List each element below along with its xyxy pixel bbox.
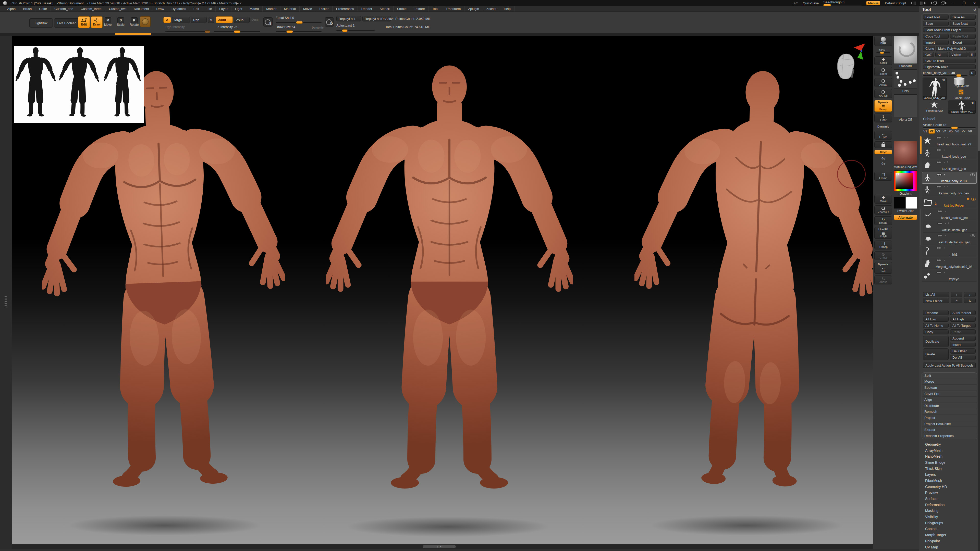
rgb-intensity-slider[interactable]: Rgb Intensity [165, 25, 185, 29]
ac-button[interactable]: AC [794, 1, 798, 5]
left-tray-collapsed[interactable] [0, 36, 12, 549]
subtool-scroll-indicator[interactable] [920, 136, 921, 154]
edit-button[interactable]: Edit [78, 16, 90, 28]
tool-r-button[interactable]: R [969, 70, 976, 76]
color-picker[interactable] [894, 170, 917, 191]
autoreorder-button[interactable]: AutoReorder [950, 310, 976, 315]
rgb-button[interactable]: Rgb [191, 17, 207, 23]
doc-next-icon[interactable] [941, 2, 947, 5]
menu-item[interactable]: Render [358, 6, 376, 11]
menu-item[interactable]: Transform [442, 6, 465, 11]
import-button[interactable]: Import [923, 40, 948, 45]
palette-section-header[interactable]: Deformation [921, 502, 977, 508]
subtool-row[interactable]: ◑✎ kazuki_dental_geo [923, 221, 977, 233]
dynamic-label[interactable]: Dynamic [312, 26, 324, 29]
v3-button[interactable]: V3 [935, 129, 941, 134]
draw-size-slider[interactable]: Draw Size 64 [275, 25, 295, 29]
menu-item[interactable]: Custon_two [105, 6, 130, 11]
paste-subtool-button[interactable]: Paste [950, 329, 976, 334]
canvas-h-scroll-handle[interactable]: ▲▼ [423, 545, 456, 548]
all-to-home-button[interactable]: All To Home [923, 323, 948, 328]
palette-section-header[interactable]: Surface [921, 495, 977, 502]
zadd-button[interactable]: Zadd [216, 16, 233, 23]
palette-section-header[interactable]: FiberMesh [921, 478, 977, 484]
bpr-button[interactable]: BPR [874, 36, 892, 46]
move-down-button[interactable]: ↓ [964, 292, 976, 297]
lightbox-tools-button[interactable]: Lightbox▶Tools [923, 64, 976, 69]
zoom-button[interactable]: Zoom [874, 67, 892, 76]
subtool-op-button[interactable]: Bevel Pro [922, 391, 977, 397]
restore-button[interactable]: ❐ [961, 1, 967, 5]
focal-shift-slider[interactable]: Focal Shift 0 [275, 16, 294, 20]
subtool-row[interactable]: ◑ tmpeye [922, 270, 977, 282]
save-as-button[interactable]: Save As [950, 14, 976, 20]
menu-item[interactable]: Layer [216, 6, 231, 11]
move-into-folder-button[interactable]: ↳ [964, 298, 976, 303]
local-transform-button[interactable] [874, 141, 892, 148]
scale-button[interactable]: S Scale [117, 17, 124, 27]
floor-button[interactable]: ↧ Floor [874, 114, 892, 122]
replay-last-button[interactable]: ReplayLast [336, 16, 361, 21]
gz-button[interactable]: Gz [874, 161, 892, 166]
del-other-button[interactable]: Del Other [950, 348, 976, 354]
make-polymesh3d-button[interactable]: Make PolyMesh3D [936, 46, 976, 51]
move-up-button[interactable]: ↑ [951, 292, 963, 297]
subtool-op-button[interactable]: Remesh [922, 409, 977, 415]
zoom3d-button[interactable]: Zoom3D [874, 205, 892, 214]
menu-item[interactable]: Macro [246, 6, 262, 11]
see-through-slider[interactable]: See-through 0 [823, 1, 862, 5]
zsub-button[interactable]: Zsub [234, 17, 250, 23]
current-stroke-thumbnail[interactable] [894, 69, 917, 89]
menu-item[interactable]: Stencil [376, 6, 393, 11]
tool-item-cylinder3d[interactable]: Cylinder3D [948, 78, 976, 88]
palette-section-header[interactable]: Layers [921, 472, 977, 478]
duplicate-button[interactable]: Duplicate [923, 336, 948, 347]
append-button[interactable]: Append [950, 336, 976, 341]
save-next-button[interactable]: Save Next [950, 21, 976, 26]
subtool-row[interactable]: ◑✎ kazuki_body_oni_geo [922, 184, 977, 196]
palette-section-header[interactable]: UV Map [921, 544, 977, 550]
subtool-op-button[interactable]: Merge [922, 379, 977, 385]
subtool-op-button[interactable]: Boolean [922, 385, 977, 391]
palette-section-header[interactable]: Visibility [921, 514, 977, 520]
mrgb-button[interactable]: Mrgb [172, 17, 190, 23]
subtool-op-button[interactable]: Distribute [922, 403, 977, 409]
zcut-button[interactable]: Zcut [252, 18, 259, 22]
main-color-swatch[interactable] [894, 197, 905, 209]
menu-item[interactable]: Help [500, 6, 514, 11]
menu-item[interactable]: Movie [300, 6, 316, 11]
tool-panel-scrollbar[interactable] [978, 6, 980, 551]
menu-item[interactable]: File [203, 6, 216, 11]
eye-icon[interactable] [970, 173, 975, 176]
apply-last-action-button[interactable]: Apply Last Action To All Subtools [923, 362, 976, 368]
menu-item[interactable]: Draw [153, 6, 168, 11]
goz-r-button[interactable]: R [969, 52, 976, 57]
menu-item[interactable]: Document [130, 6, 153, 11]
close-button[interactable]: ✕ [972, 1, 977, 5]
tool-item-current[interactable]: 11 kazuki_body_v01 [923, 78, 947, 100]
subtool-folder-row[interactable]: 3 ✱ Untitled Folder [922, 197, 977, 208]
tool-item-polymesh3d[interactable]: PolyMesh3D [923, 101, 947, 114]
z-intensity-slider[interactable]: Z Intensity 25 [218, 25, 237, 29]
menu-item[interactable]: Custom_three [77, 6, 105, 11]
polyf-button[interactable]: Line Fill ▦ PolyF [874, 227, 892, 239]
menu-item[interactable]: Preferences [332, 6, 358, 11]
dots-stroke-icon[interactable]: D [325, 17, 334, 27]
list-all-button[interactable]: List All [923, 292, 949, 297]
delete-button[interactable]: Delete [923, 348, 948, 360]
active-tool-slider[interactable]: kazuki_body_v013. 48 [923, 70, 976, 76]
copy-subtool-button[interactable]: Copy [923, 329, 948, 334]
menu-item[interactable]: Stroke [393, 6, 410, 11]
actual-button[interactable]: Actual [874, 78, 892, 87]
default-zscript-button[interactable]: DefaultZScript [885, 1, 906, 5]
eye-icon[interactable] [971, 198, 976, 200]
v2-button[interactable]: V2 [928, 129, 935, 134]
doc-prev-icon[interactable] [931, 2, 936, 5]
all-low-button[interactable]: All Low [923, 317, 948, 322]
current-material-thumbnail[interactable] [894, 141, 917, 165]
goz-visible-button[interactable]: Visible [949, 52, 967, 57]
menu-item[interactable]: Custom_one [51, 6, 77, 11]
lsym-button[interactable]: ↔ L.Sym [874, 130, 892, 140]
menu-item[interactable]: Alpha [3, 6, 19, 11]
document-canvas[interactable] [12, 36, 873, 544]
